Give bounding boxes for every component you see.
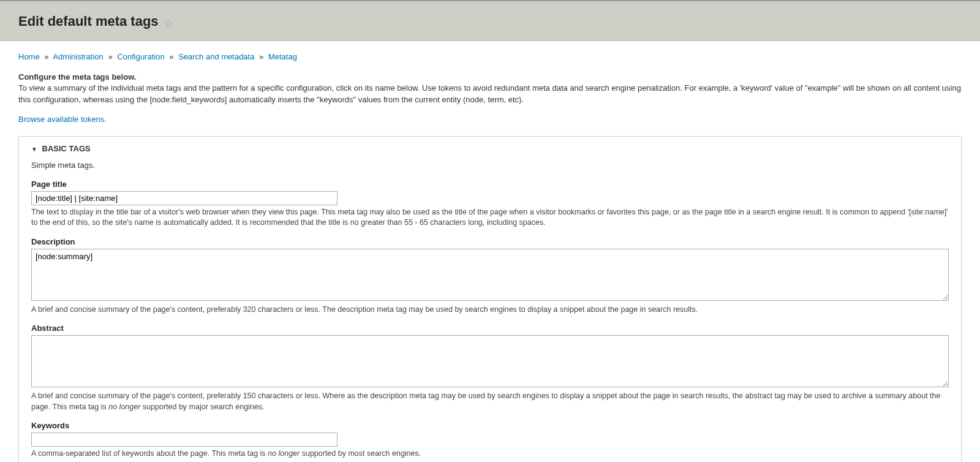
page-title-input[interactable]: [31, 191, 337, 205]
fieldset-body: Simple meta tags. Page title The text to…: [19, 157, 961, 462]
keywords-input[interactable]: [31, 433, 337, 447]
breadcrumb-separator: »: [259, 52, 263, 61]
abstract-help: A brief and concise summary of the page'…: [31, 391, 949, 412]
breadcrumb-separator: »: [44, 52, 48, 61]
fieldset-legend-text: BASIC TAGS: [42, 144, 91, 153]
keywords-help: A comma-separated list of keywords about…: [31, 449, 949, 460]
keywords-help-after: supported by most search engines.: [300, 449, 421, 458]
intro-heading: Configure the meta tags below.: [18, 72, 962, 81]
breadcrumb: Home » Administration » Configuration » …: [18, 52, 962, 61]
breadcrumb-separator: »: [108, 52, 112, 61]
page-title-field-wrapper: Page title The text to display in the ti…: [31, 180, 949, 229]
keywords-help-em: no longer: [268, 449, 300, 458]
breadcrumb-metatag[interactable]: Metatag: [268, 52, 297, 61]
basic-tags-legend[interactable]: ▼ BASIC TAGS: [19, 137, 961, 157]
abstract-field-wrapper: Abstract A brief and concise summary of …: [31, 324, 949, 412]
fieldset-description: Simple meta tags.: [31, 161, 949, 170]
page-title: Edit default meta tags: [18, 13, 159, 29]
breadcrumb-configuration[interactable]: Configuration: [117, 52, 164, 61]
chevron-down-icon: ▼: [31, 146, 37, 153]
breadcrumb-search-metadata[interactable]: Search and metadata: [178, 52, 254, 61]
abstract-help-after: supported by major search engines.: [140, 403, 264, 411]
browse-tokens-link[interactable]: Browse available tokens.: [18, 115, 107, 124]
description-field-wrapper: Description [node:summary] A brief and c…: [31, 237, 949, 316]
abstract-textarea[interactable]: [31, 335, 949, 387]
intro-body: To view a summary of the individual meta…: [18, 83, 962, 106]
basic-tags-fieldset: ▼ BASIC TAGS Simple meta tags. Page titl…: [18, 136, 962, 462]
abstract-help-em: no longer: [108, 403, 140, 411]
header-bar: Edit default meta tags ☆: [0, 1, 980, 41]
keywords-field-wrapper: Keywords A comma-separated list of keywo…: [31, 421, 949, 460]
abstract-label: Abstract: [31, 324, 949, 333]
breadcrumb-home[interactable]: Home: [18, 52, 40, 61]
content-region: Home » Administration » Configuration » …: [0, 41, 980, 462]
page-title-help: The text to display in the title bar of …: [31, 207, 949, 229]
keywords-help-before: A comma-separated list of keywords about…: [31, 449, 268, 458]
breadcrumb-separator: »: [169, 52, 173, 61]
breadcrumb-administration[interactable]: Administration: [53, 52, 103, 61]
star-icon[interactable]: ☆: [164, 18, 173, 29]
description-help: A brief and concise summary of the page'…: [31, 305, 949, 316]
keywords-label: Keywords: [31, 421, 949, 430]
description-label: Description: [31, 237, 949, 246]
description-textarea[interactable]: [node:summary]: [31, 249, 949, 301]
page-title-label: Page title: [31, 180, 949, 189]
